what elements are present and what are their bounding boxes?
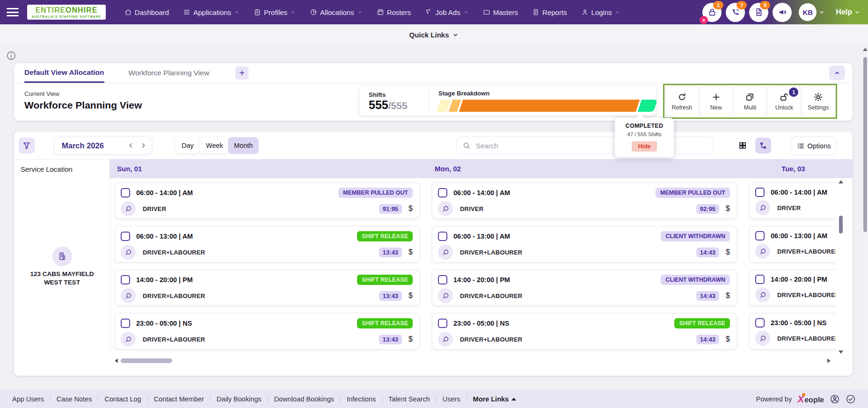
vertical-scrollbar[interactable] [838, 180, 844, 354]
file-button[interactable]: 0 [749, 3, 768, 22]
hide-tooltip-button[interactable]: Hide [632, 141, 656, 152]
shift-search-button[interactable] [121, 201, 136, 216]
footer-link-users[interactable]: Users [443, 395, 460, 403]
shift-card[interactable]: 06:00 - 13:00 | AMSHIFT RELEASEDRIVER+LA… [115, 226, 420, 262]
shift-card[interactable]: 06:00 - 14:00 | AMMEMBER PULLED OUTDRIVE… [432, 182, 737, 219]
shift-search-button[interactable] [755, 244, 770, 259]
dollar-icon[interactable]: $ [726, 291, 730, 300]
dollar-icon[interactable]: $ [726, 204, 730, 213]
shift-checkbox[interactable] [438, 232, 447, 241]
shift-card[interactable]: 14:00 - 20:00 | PMDRIVER+LABOURER [749, 270, 836, 306]
settings-button[interactable]: Settings [802, 87, 834, 116]
nav-item-allocations[interactable]: Allocations [310, 8, 363, 16]
horizontal-scrollbar[interactable] [115, 358, 831, 364]
collapse-panel-button[interactable] [829, 66, 845, 80]
view-day-button[interactable]: Day [175, 137, 200, 154]
shift-checkbox[interactable] [121, 232, 130, 241]
nav-item-dashboard[interactable]: Dashboard [124, 8, 169, 16]
user-menu[interactable]: KB [799, 3, 825, 21]
shift-checkbox[interactable] [121, 319, 130, 328]
shift-search-button[interactable] [438, 288, 453, 303]
shift-card[interactable]: 06:00 - 13:00 | AMDRIVER+LABOURER [749, 226, 836, 262]
shift-checkbox[interactable] [755, 188, 765, 197]
tab-default-view-allocation[interactable]: Default View Allocation [24, 63, 104, 83]
lock-button[interactable]: 1× [702, 3, 722, 22]
shift-search-button[interactable] [121, 288, 136, 303]
shift-checkbox[interactable] [755, 275, 765, 284]
filter-button[interactable] [19, 138, 35, 153]
shift-search-button[interactable] [438, 332, 453, 347]
footer-link-talent-search[interactable]: Talent Search [388, 395, 430, 403]
scroll-up-arrow[interactable] [839, 180, 843, 183]
stage-yellow[interactable] [437, 100, 451, 112]
tree-view-toggle[interactable] [755, 138, 771, 153]
shift-checkbox[interactable] [121, 188, 130, 197]
footer-link-contact-log[interactable]: Contact Log [104, 395, 141, 403]
scroll-left-arrow[interactable] [115, 358, 118, 363]
megaphone-button[interactable] [773, 3, 792, 22]
horizontal-scroll-thumb[interactable] [121, 358, 172, 363]
shift-card[interactable]: 06:00 - 14:00 | AMDRIVER [749, 182, 836, 219]
nav-item-profiles[interactable]: Profiles [254, 8, 296, 16]
footer-link-case-notes[interactable]: Case Notes [57, 395, 92, 403]
shift-search-button[interactable] [755, 287, 770, 302]
new-button[interactable]: New [700, 87, 732, 116]
xeople-logo[interactable]: Xeople [797, 394, 824, 404]
shift-search-button[interactable] [438, 201, 453, 216]
more-links-button[interactable]: More Links [473, 395, 517, 403]
nav-item-applications[interactable]: Applications [183, 8, 240, 16]
shift-search-button[interactable] [755, 200, 770, 215]
shift-card[interactable]: 06:00 - 13:00 | AMCLIENT WITHDRAWNDRIVER… [432, 226, 737, 262]
footer-link-contact-member[interactable]: Contact Member [154, 395, 204, 403]
stage-completed-green[interactable] [638, 100, 657, 112]
unlock-button[interactable]: Unlock1 [768, 87, 800, 116]
stage-orange[interactable] [459, 100, 640, 112]
nav-item-logins[interactable]: Logins [581, 8, 620, 16]
shift-card[interactable]: 23:00 - 05:00 | NSDRIVER+LABOURER [749, 313, 836, 350]
shift-checkbox[interactable] [438, 319, 447, 328]
shift-checkbox[interactable] [121, 275, 130, 284]
shift-checkbox[interactable] [755, 231, 765, 240]
footer-link-daily-bookings[interactable]: Daily Bookings [217, 395, 262, 403]
page-scrollbar[interactable] [862, 46, 868, 390]
dollar-icon[interactable]: $ [726, 335, 730, 343]
dollar-icon[interactable]: $ [408, 291, 413, 300]
hamburger-menu-icon[interactable] [7, 8, 19, 16]
footer-link-infections[interactable]: Infections [347, 395, 376, 403]
quick-links-bar[interactable]: Quick Links [0, 24, 868, 45]
multi-button[interactable]: Multi [734, 87, 766, 116]
nav-item-rosters[interactable]: Rosters [377, 8, 411, 16]
shift-card[interactable]: 23:00 - 05:00 | NSSHIFT RELEASEDRIVER+LA… [115, 313, 420, 350]
footer-link-download-bookings[interactable]: Download Bookings [274, 395, 334, 403]
grid-view-toggle[interactable] [735, 138, 751, 153]
view-week-button[interactable]: Week [200, 137, 229, 154]
shift-search-button[interactable] [755, 331, 770, 346]
shift-card[interactable]: 14:00 - 20:00 | PMSHIFT RELEASEDRIVER+LA… [115, 270, 420, 306]
app-logo[interactable]: ENTIREONHIRE AUSTRALIA'S STAFFING SOFTWA… [27, 5, 106, 20]
vertical-scroll-thumb[interactable] [839, 216, 843, 233]
scroll-right-arrow[interactable] [827, 358, 831, 363]
check-circle-icon[interactable] [846, 394, 856, 404]
shift-search-button[interactable] [121, 332, 136, 347]
shift-search-button[interactable] [121, 245, 136, 260]
shift-card[interactable]: 06:00 - 14:00 | AMMEMBER PULLED OUTDRIVE… [115, 182, 420, 219]
refresh-button[interactable]: Refresh [666, 87, 698, 116]
add-view-tab-button[interactable]: + [235, 66, 248, 80]
info-icon[interactable] [6, 51, 16, 61]
nav-item-reports[interactable]: Reports [532, 8, 567, 16]
help-menu[interactable]: Help [836, 8, 861, 16]
phone-button[interactable]: 7 [726, 3, 745, 22]
tab-workforce-planning-view[interactable]: Workforce Planning View [129, 63, 210, 83]
page-scroll-up-arrow[interactable] [863, 48, 868, 51]
avatar[interactable]: KB [799, 3, 817, 21]
nav-item-masters[interactable]: Masters [483, 8, 518, 16]
dollar-icon[interactable]: $ [726, 248, 730, 256]
previous-period-button[interactable] [127, 142, 135, 149]
footer-link-app-users[interactable]: App Users [12, 395, 44, 403]
dollar-icon[interactable]: $ [408, 335, 413, 343]
dollar-icon[interactable]: $ [408, 204, 413, 213]
options-button[interactable]: Options [791, 137, 837, 155]
scroll-down-arrow[interactable] [839, 350, 843, 354]
shift-card[interactable]: 23:00 - 05:00 | NSSHIFT RELEASEDRIVER+LA… [432, 313, 737, 350]
shift-checkbox[interactable] [438, 188, 447, 197]
